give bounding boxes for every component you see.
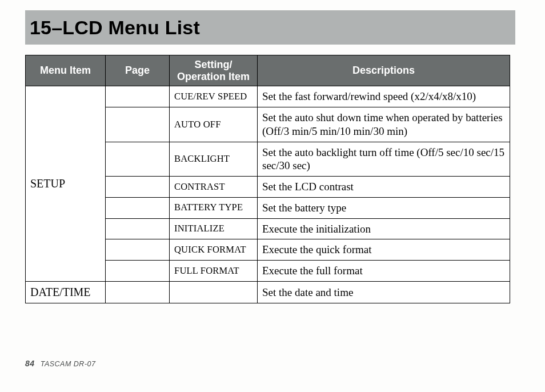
cell-description: Execute the quick format: [258, 239, 510, 261]
header-setting-line2: Operation Item: [177, 71, 250, 82]
cell-setting: QUICK FORMAT: [170, 239, 258, 261]
cell-description: Set the auto shut down time when operate…: [258, 107, 510, 142]
table-row: SETUP CUE/REV SPEED Set the fast forward…: [26, 86, 510, 107]
header-page: Page: [106, 55, 170, 86]
page-title: 15–LCD Menu List: [25, 17, 200, 39]
cell-menu-item: DATE/TIME: [26, 281, 106, 303]
cell-description: Set the fast forward/rewind speed (x2/x4…: [258, 86, 510, 107]
cell-description: Execute the full format: [258, 261, 510, 282]
cell-setting: INITIALIZE: [170, 218, 258, 239]
cell-description: Set the auto backlight turn off time (Of…: [258, 142, 510, 177]
header-descriptions: Descriptions: [258, 55, 510, 86]
header-setting-line1: Setting/: [195, 59, 233, 70]
table-body: SETUP CUE/REV SPEED Set the fast forward…: [26, 86, 510, 303]
page-footer: 84 TASCAM DR-07: [25, 359, 95, 368]
cell-description: Set the LCD contrast: [258, 177, 510, 198]
cell-description: Set the date and time: [258, 281, 510, 303]
menu-table-wrap: Menu Item Page Setting/ Operation Item D…: [25, 55, 510, 303]
page-number: 84: [25, 359, 35, 368]
cell-setting: FULL FORMAT: [170, 261, 258, 282]
cell-description: Set the battery type: [258, 197, 510, 218]
cell-setting: BATTERY TYPE: [170, 197, 258, 218]
cell-setting: AUTO OFF: [170, 107, 258, 142]
cell-description: Execute the initialization: [258, 218, 510, 239]
menu-table: Menu Item Page Setting/ Operation Item D…: [25, 55, 510, 303]
cell-page: [106, 218, 170, 239]
cell-setting: CONTRAST: [170, 177, 258, 198]
cell-page: [106, 239, 170, 261]
cell-page: [106, 281, 170, 303]
document-page: 15–LCD Menu List Menu Item Page Setting/…: [0, 0, 545, 392]
product-model: TASCAM DR-07: [41, 360, 96, 368]
cell-page: [106, 197, 170, 218]
table-row: DATE/TIME Set the date and time: [26, 281, 510, 303]
cell-page: [106, 86, 170, 107]
header-menu-item: Menu Item: [26, 55, 106, 86]
cell-page: [106, 261, 170, 282]
header-setting: Setting/ Operation Item: [170, 55, 258, 86]
cell-setting: [170, 281, 258, 303]
cell-setting: CUE/REV SPEED: [170, 86, 258, 107]
cell-page: [106, 142, 170, 177]
cell-page: [106, 177, 170, 198]
cell-menu-item: SETUP: [26, 86, 106, 282]
cell-setting: BACKLIGHT: [170, 142, 258, 177]
table-header: Menu Item Page Setting/ Operation Item D…: [26, 55, 510, 86]
title-bar: 15–LCD Menu List: [25, 10, 515, 45]
cell-page: [106, 107, 170, 142]
